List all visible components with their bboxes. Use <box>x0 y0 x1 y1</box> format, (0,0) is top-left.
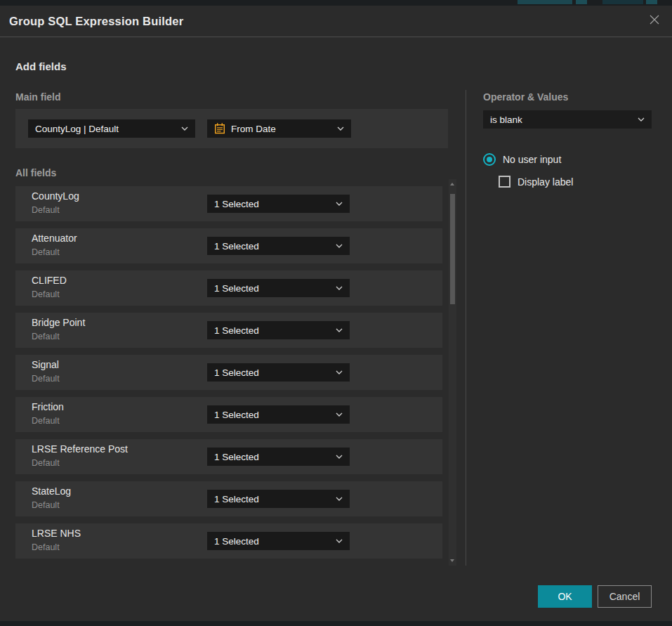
add-fields-heading: Add fields <box>15 60 67 72</box>
calendar-icon <box>214 123 225 134</box>
field-selection-dropdown[interactable]: 1 Selected <box>207 279 350 297</box>
background-app-fragment <box>646 0 657 4</box>
field-row-statelog: StateLog Default 1 Selected <box>15 481 442 516</box>
chevron-down-icon <box>181 126 188 131</box>
field-name: StateLog <box>32 485 71 497</box>
field-name: Bridge Point <box>32 317 85 328</box>
radio-selected-icon[interactable] <box>483 153 496 166</box>
close-button[interactable] <box>648 15 661 27</box>
chevron-down-icon <box>336 455 343 459</box>
chevron-down-icon <box>336 328 343 332</box>
dialog-titlebar: Group SQL Expression Builder <box>0 6 672 37</box>
group-sql-expression-builder-dialog: Group SQL Expression Builder Add fields … <box>0 6 672 621</box>
field-name: Signal <box>32 359 59 370</box>
main-field-label: Main field <box>15 91 61 103</box>
background-app-fragment <box>602 0 643 4</box>
main-field-source-value: CountyLog | Default <box>35 124 119 134</box>
cancel-button[interactable]: Cancel <box>598 585 652 608</box>
no-user-input-label: No user input <box>503 154 561 165</box>
field-selection-value: 1 Selected <box>214 494 259 504</box>
scrollbar-thumb[interactable] <box>450 194 455 304</box>
field-selection-value: 1 Selected <box>214 199 259 209</box>
scrollbar-up-arrow-icon[interactable] <box>450 183 454 185</box>
field-subtitle: Default <box>32 416 60 426</box>
field-selection-dropdown[interactable]: 1 Selected <box>207 448 350 466</box>
field-subtitle: Default <box>32 458 60 468</box>
no-user-input-radio-row[interactable]: No user input <box>483 153 561 166</box>
field-name: Friction <box>32 401 64 412</box>
chevron-down-icon <box>336 244 343 248</box>
field-selection-value: 1 Selected <box>214 241 259 252</box>
operator-value: is blank <box>490 115 522 125</box>
all-fields-label: All fields <box>15 167 56 178</box>
chevron-down-icon <box>336 412 343 417</box>
chevron-down-icon <box>336 539 343 543</box>
display-label-label: Display label <box>518 176 573 188</box>
fields-list-scrollbar[interactable] <box>449 179 456 566</box>
background-app-fragment <box>576 0 587 4</box>
field-selection-value: 1 Selected <box>214 325 259 336</box>
field-name: CLIFED <box>32 275 67 286</box>
background-app-fragment <box>518 0 572 4</box>
field-subtitle: Default <box>32 332 60 341</box>
field-row-lrse-reference-post: LRSE Reference Post Default 1 Selected <box>15 439 442 474</box>
display-label-checkbox-row[interactable]: Display label <box>499 176 573 188</box>
field-selection-value: 1 Selected <box>214 536 259 547</box>
field-subtitle: Default <box>32 205 60 215</box>
main-field-source-dropdown[interactable]: CountyLog | Default <box>28 119 195 138</box>
chevron-down-icon <box>336 497 343 501</box>
chevron-down-icon <box>336 202 343 206</box>
main-field-field-value: From Date <box>231 124 276 134</box>
field-selection-dropdown[interactable]: 1 Selected <box>207 490 350 508</box>
field-selection-dropdown[interactable]: 1 Selected <box>207 405 350 424</box>
field-name: LRSE Reference Post <box>32 443 128 455</box>
field-row-signal: Signal Default 1 Selected <box>15 355 442 390</box>
field-selection-dropdown[interactable]: 1 Selected <box>207 363 350 382</box>
field-row-bridge-point: Bridge Point Default 1 Selected <box>15 313 442 348</box>
field-subtitle: Default <box>32 500 60 510</box>
chevron-down-icon <box>337 126 344 131</box>
operator-values-label: Operator & Values <box>483 91 568 103</box>
operator-dropdown[interactable]: is blank <box>483 110 652 129</box>
field-selection-value: 1 Selected <box>214 410 259 420</box>
field-selection-dropdown[interactable]: 1 Selected <box>207 532 350 550</box>
field-selection-dropdown[interactable]: 1 Selected <box>207 237 350 255</box>
field-name: LRSE NHS <box>32 528 81 539</box>
panel-divider <box>466 90 466 566</box>
ok-button[interactable]: OK <box>538 585 592 608</box>
chevron-down-icon <box>638 117 645 122</box>
field-subtitle: Default <box>32 374 60 384</box>
field-name: Attenuator <box>32 233 77 244</box>
close-icon <box>649 14 660 28</box>
checkbox-unchecked-icon[interactable] <box>499 176 510 188</box>
field-row-clifed: CLIFED Default 1 Selected <box>15 270 442 306</box>
field-subtitle: Default <box>32 289 60 299</box>
field-selection-dropdown[interactable]: 1 Selected <box>207 321 350 339</box>
field-row-lrse-nhs: LRSE NHS Default 1 Selected <box>15 523 442 559</box>
field-selection-dropdown[interactable]: 1 Selected <box>207 195 350 213</box>
chevron-down-icon <box>336 370 343 374</box>
field-row-countylog: CountyLog Default 1 Selected <box>15 186 442 221</box>
field-name: CountyLog <box>32 190 79 202</box>
field-row-friction: Friction Default 1 Selected <box>15 397 442 432</box>
field-subtitle: Default <box>32 542 60 552</box>
field-selection-value: 1 Selected <box>214 283 259 294</box>
main-field-field-dropdown[interactable]: From Date <box>207 119 351 138</box>
dialog-title: Group SQL Expression Builder <box>9 6 183 37</box>
field-selection-value: 1 Selected <box>214 367 259 378</box>
field-subtitle: Default <box>32 247 60 257</box>
field-selection-value: 1 Selected <box>214 452 259 462</box>
scrollbar-down-arrow-icon[interactable] <box>450 559 454 562</box>
chevron-down-icon <box>336 286 343 290</box>
main-field-panel: CountyLog | Default From Date <box>15 109 448 148</box>
field-row-attenuator: Attenuator Default 1 Selected <box>15 228 442 263</box>
